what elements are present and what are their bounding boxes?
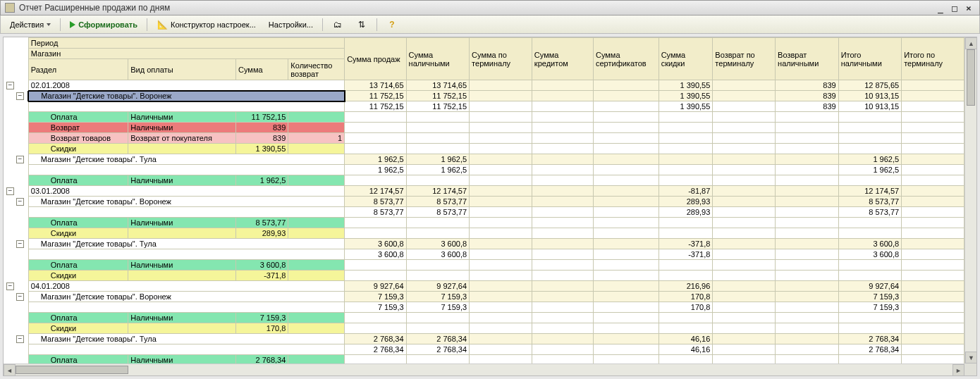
- cell: [128, 144, 236, 154]
- scroll-down-icon[interactable]: ▼: [965, 352, 977, 364]
- table-row[interactable]: ВозвратНаличными839: [4, 123, 964, 133]
- scroll-thumb[interactable]: [16, 366, 128, 374]
- cell: [713, 271, 776, 281]
- cell: [470, 207, 532, 218]
- collapse-icon[interactable]: −: [16, 335, 24, 343]
- cell: [532, 281, 593, 292]
- collapse-icon[interactable]: −: [6, 282, 14, 290]
- tool-icon-2[interactable]: ⇅: [351, 18, 372, 32]
- cell: [406, 218, 470, 228]
- cell: [902, 323, 964, 334]
- cell: 1 390,55: [659, 80, 713, 91]
- scroll-right-icon[interactable]: ►: [953, 364, 964, 376]
- table-row[interactable]: 1 962,51 962,51 962,5: [4, 165, 964, 175]
- cell: [838, 112, 902, 123]
- cell: Оплата: [28, 313, 128, 323]
- table-row[interactable]: −Магазин "Детские товары". Воронеж11 752…: [4, 91, 964, 101]
- cell: 3 600,8: [345, 249, 406, 260]
- cell: [713, 165, 776, 175]
- cell: [713, 80, 776, 91]
- table-row[interactable]: 3 600,83 600,8-371,83 600,8: [4, 249, 964, 260]
- cell: [406, 123, 470, 133]
- chevron-down-icon: [47, 23, 51, 26]
- cell: [776, 218, 839, 228]
- collapse-icon[interactable]: −: [6, 187, 14, 195]
- cell: [659, 313, 713, 323]
- cell: 839: [776, 91, 839, 101]
- builder-label: Конструктор настроек...: [171, 20, 256, 29]
- cell: [776, 344, 839, 355]
- scroll-up-icon[interactable]: ▲: [965, 37, 977, 49]
- collapse-icon[interactable]: −: [16, 240, 24, 248]
- cell: 8 573,77: [345, 207, 406, 218]
- scrollbar-vertical[interactable]: ▲ ▼: [964, 37, 976, 364]
- cell: [593, 144, 659, 154]
- cell: [902, 154, 964, 165]
- cell: [532, 112, 593, 123]
- maximize-button[interactable]: □: [948, 2, 961, 13]
- cell: [713, 144, 776, 154]
- settings-builder-button[interactable]: 📐 Конструктор настроек...: [152, 18, 261, 32]
- actions-menu[interactable]: Действия: [5, 18, 56, 32]
- table-row[interactable]: ОплатаНаличными3 600,8: [4, 260, 964, 271]
- collapse-icon[interactable]: −: [6, 82, 14, 89]
- table-row[interactable]: −Магазин "Детские товары". Тула3 600,83 …: [4, 239, 964, 249]
- cell: [902, 260, 964, 271]
- cell: [713, 207, 776, 218]
- close-button[interactable]: ×: [962, 2, 975, 13]
- run-button[interactable]: Сформировать: [65, 18, 142, 32]
- table-row[interactable]: Скидки289,93: [4, 228, 964, 239]
- help-button[interactable]: ?: [381, 18, 403, 32]
- table-row[interactable]: −Магазин "Детские товары". Воронеж7 159,…: [4, 292, 964, 302]
- cell: 10 913,15: [838, 101, 902, 112]
- cell: [470, 323, 532, 334]
- cell: [345, 144, 406, 154]
- cell: [593, 197, 659, 207]
- scrollbar-horizontal[interactable]: ◄ ►: [4, 364, 964, 375]
- cell: [593, 186, 659, 197]
- cell: Наличными: [128, 123, 236, 133]
- collapse-icon[interactable]: −: [16, 92, 24, 100]
- hdr-return-terminal: Возврат по терминалу: [713, 38, 776, 80]
- table-row[interactable]: ОплатаНаличными2 768,34: [4, 355, 964, 364]
- row-label: [28, 101, 344, 112]
- scroll-thumb[interactable]: [967, 49, 975, 106]
- cell: 2 768,34: [236, 355, 288, 364]
- table-row[interactable]: Скидки170,8: [4, 323, 964, 334]
- table-row[interactable]: ОплатаНаличными1 962,5: [4, 175, 964, 186]
- cell: 170,8: [659, 292, 713, 302]
- table-row[interactable]: 11 752,1511 752,151 390,5583910 913,15: [4, 101, 964, 112]
- cell: [659, 271, 713, 281]
- cell: [776, 271, 839, 281]
- report-grid[interactable]: Период Сумма продаж Сумма наличными Сумм…: [4, 37, 964, 364]
- table-row[interactable]: 7 159,37 159,3170,87 159,3: [4, 302, 964, 313]
- table-row[interactable]: ОплатаНаличными8 573,77: [4, 218, 964, 228]
- tool-icon-1[interactable]: 🗂: [327, 18, 348, 32]
- table-row[interactable]: ОплатаНаличными7 159,3: [4, 313, 964, 323]
- table-row[interactable]: −02.01.200813 714,6513 714,651 390,55839…: [4, 80, 964, 91]
- collapse-icon[interactable]: −: [16, 156, 24, 163]
- collapse-icon[interactable]: −: [16, 198, 24, 206]
- table-row[interactable]: 8 573,778 573,77289,938 573,77: [4, 207, 964, 218]
- cell: [838, 218, 902, 228]
- table-row[interactable]: −04.01.20089 927,649 927,64216,969 927,6…: [4, 281, 964, 292]
- scroll-left-icon[interactable]: ◄: [4, 364, 16, 376]
- cell: [470, 271, 532, 281]
- table-row[interactable]: Скидки1 390,55: [4, 144, 964, 154]
- collapse-icon[interactable]: −: [16, 293, 24, 301]
- table-row[interactable]: Скидки-371,8: [4, 271, 964, 281]
- minimize-button[interactable]: _: [934, 2, 947, 13]
- report-area: Период Сумма продаж Сумма наличными Сумм…: [3, 37, 977, 376]
- table-row[interactable]: −Магазин "Детские товары". Тула1 962,51 …: [4, 154, 964, 165]
- cell: 9 927,64: [406, 281, 470, 292]
- cell: [776, 197, 839, 207]
- table-row[interactable]: −Магазин "Детские товары". Тула2 768,342…: [4, 334, 964, 344]
- table-row[interactable]: Возврат товаровВозврат от покупателя8391: [4, 133, 964, 144]
- cell: [776, 165, 839, 175]
- table-row[interactable]: ОплатаНаличными11 752,15: [4, 112, 964, 123]
- settings-button[interactable]: Настройки...: [264, 18, 318, 32]
- table-row[interactable]: −Магазин "Детские товары". Воронеж8 573,…: [4, 197, 964, 207]
- table-row[interactable]: −03.01.200812 174,5712 174,57-81,8712 17…: [4, 186, 964, 197]
- cell: -371,8: [236, 271, 288, 281]
- table-row[interactable]: 2 768,342 768,3446,162 768,34: [4, 344, 964, 355]
